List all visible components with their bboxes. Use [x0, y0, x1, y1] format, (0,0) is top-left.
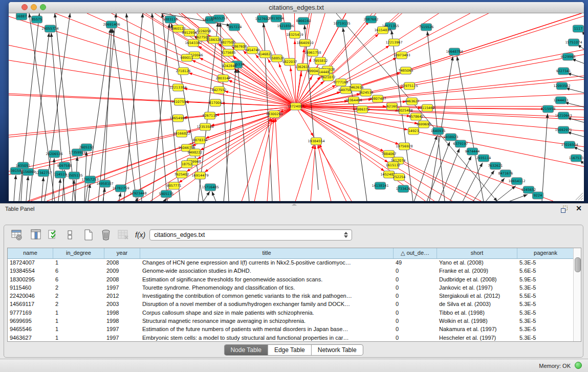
- table-row[interactable]: 1938455462009Genome-wide association stu…: [8, 267, 574, 275]
- table-row[interactable]: 946554611997Estimation of the future num…: [8, 325, 574, 333]
- graph-node[interactable]: 62160: [387, 103, 398, 110]
- graph-node[interactable]: 252254: [393, 173, 406, 181]
- scrollbar-thumb[interactable]: [575, 257, 581, 272]
- graph-node[interactable]: 7485063: [399, 67, 413, 74]
- graph-node[interactable]: 19218596: [277, 23, 294, 30]
- graph-node[interactable]: 9699695: [417, 121, 431, 128]
- graph-node[interactable]: 12213384: [169, 84, 186, 91]
- graph-node[interactable]: 20364486: [345, 97, 362, 104]
- graph-node[interactable]: 13505135: [66, 172, 82, 179]
- table-row[interactable]: 1456911722003Disruption of a novel membe…: [8, 300, 574, 308]
- column-header-title[interactable]: title: [140, 248, 394, 258]
- tab-edge-table[interactable]: Edge Table: [268, 345, 312, 355]
- graph-node[interactable]: 1244413: [554, 97, 569, 104]
- graph-node[interactable]: 14923: [408, 127, 419, 135]
- table-row[interactable]: 946362711997Embryonic stem cells: a mode…: [8, 334, 574, 342]
- graph-node[interactable]: 8813054: [269, 15, 284, 22]
- graph-node[interactable]: 9224: [533, 192, 543, 199]
- graph-node[interactable]: 19166822: [173, 130, 190, 137]
- delete-table-icon[interactable]: [117, 228, 131, 243]
- graph-node[interactable]: 8427552: [212, 86, 227, 94]
- graph-node[interactable]: 5822037: [282, 58, 297, 65]
- function-builder-icon[interactable]: f(x): [135, 228, 149, 243]
- graph-node[interactable]: 6379197: [453, 140, 468, 147]
- graph-node[interactable]: 16782759: [112, 185, 129, 192]
- graph-node[interactable]: 2803144: [216, 75, 231, 82]
- table-row[interactable]: 977716911998Corpus callosum shape and si…: [8, 309, 574, 317]
- graph-node[interactable]: 85575: [32, 16, 42, 23]
- graph-node[interactable]: 9578642: [409, 113, 424, 120]
- graph-node[interactable]: 7625402: [175, 171, 189, 178]
- graph-node[interactable]: 9227341: [556, 68, 571, 75]
- graph-node[interactable]: 8878334: [193, 137, 208, 144]
- graph-node[interactable]: 10807487: [369, 95, 386, 102]
- graph-node[interactable]: 18107554: [171, 98, 188, 105]
- graph-node[interactable]: 1167533: [569, 155, 584, 162]
- graph-node[interactable]: 9242848: [222, 62, 237, 70]
- graph-node[interactable]: 9463627: [405, 98, 420, 105]
- table-row[interactable]: 1872400712008Changes of HCN gene express…: [8, 258, 574, 267]
- graph-node[interactable]: 114519: [54, 171, 67, 178]
- graph-node[interactable]: 7884067: [382, 150, 397, 158]
- graph-node[interactable]: 12213967: [385, 39, 402, 46]
- graph-node[interactable]: 16154838: [374, 27, 391, 34]
- graph-node[interactable]: 7632621: [488, 162, 503, 169]
- graph-node[interactable]: 16543382: [185, 39, 202, 47]
- graph-node[interactable]: 19756928: [396, 143, 412, 150]
- checkbox-list-icon[interactable]: [63, 228, 78, 243]
- graph-node[interactable]: 3175685: [221, 49, 236, 56]
- float-panel-icon[interactable]: [560, 205, 569, 213]
- graph-node[interactable]: 16648784: [446, 48, 463, 55]
- graph-node[interactable]: 16961758: [304, 49, 321, 56]
- graph-node[interactable]: 2087682: [364, 16, 379, 23]
- graph-node[interactable]: 2718126: [176, 68, 191, 75]
- graph-node[interactable]: 989011: [181, 54, 193, 61]
- graph-node[interactable]: 12975115: [401, 82, 418, 90]
- graph-node[interactable]: 20206536: [46, 150, 62, 158]
- graph-node[interactable]: 8471676: [498, 170, 513, 177]
- graph-node[interactable]: 5905135: [159, 190, 174, 198]
- table-row[interactable]: 1830029562008Estimation of significance …: [8, 275, 574, 283]
- graph-node[interactable]: 18325419: [286, 31, 303, 38]
- column-header-pagerank[interactable]: pagerank: [517, 248, 574, 258]
- graph-node[interactable]: 16914479: [191, 172, 208, 179]
- graph-node[interactable]: 16887: [16, 13, 27, 20]
- graph-node[interactable]: 10719135: [333, 20, 350, 27]
- column-header-short[interactable]: short: [437, 248, 517, 258]
- graph-node[interactable]: 15716485: [202, 184, 219, 191]
- graph-node[interactable]: 18752: [182, 161, 192, 168]
- table-selector-dropdown[interactable]: citations_edges.txt: [149, 229, 352, 240]
- graph-node[interactable]: 7857224: [227, 24, 242, 31]
- column-header-in_degree[interactable]: in_degree: [53, 248, 104, 258]
- graph-node[interactable]: 12342757: [35, 169, 52, 177]
- table-settings-icon[interactable]: [10, 228, 25, 243]
- table-scrollbar[interactable]: [573, 248, 581, 341]
- graph-node[interactable]: 9097588: [57, 162, 72, 169]
- graph-node[interactable]: 9498222: [188, 149, 203, 156]
- new-file-icon[interactable]: [82, 228, 96, 243]
- graph-node[interactable]: 817004: [209, 99, 222, 106]
- graph-node[interactable]: 2935114: [476, 155, 491, 162]
- graph-node[interactable]: 1640935: [431, 127, 446, 135]
- graph-node[interactable]: 14138141: [372, 182, 388, 189]
- graph-node[interactable]: 39159: [11, 167, 21, 174]
- graph-node[interactable]: 7462616: [349, 84, 364, 91]
- graph-node[interactable]: 9115460: [420, 104, 435, 112]
- table-row[interactable]: 2242004622012Investigating the contribut…: [8, 292, 574, 300]
- graph-node[interactable]: 8215958: [541, 105, 556, 113]
- graph-node[interactable]: 16958107: [96, 180, 113, 187]
- column-header-name[interactable]: name: [8, 248, 53, 258]
- graph-node[interactable]: 1733426: [396, 185, 411, 192]
- graph-node[interactable]: 9777169: [334, 79, 349, 86]
- graph-node[interactable]: 1527602: [255, 15, 270, 23]
- graph-node[interactable]: 7515526: [419, 24, 434, 31]
- select-rows-icon[interactable]: [47, 228, 61, 243]
- graph-node[interactable]: 1615132: [386, 162, 401, 169]
- graph-node[interactable]: 15751074: [565, 39, 582, 46]
- graph-node[interactable]: 8466160: [296, 17, 311, 25]
- window-titlebar[interactable]: citations_edges.txt: [9, 2, 584, 13]
- graph-node[interactable]: 10973493: [393, 52, 410, 59]
- table-row[interactable]: 969969511998Structural magnetic resonanc…: [8, 317, 574, 325]
- table-columns-icon[interactable]: [30, 228, 44, 243]
- graph-node[interactable]: 18640910: [296, 39, 313, 47]
